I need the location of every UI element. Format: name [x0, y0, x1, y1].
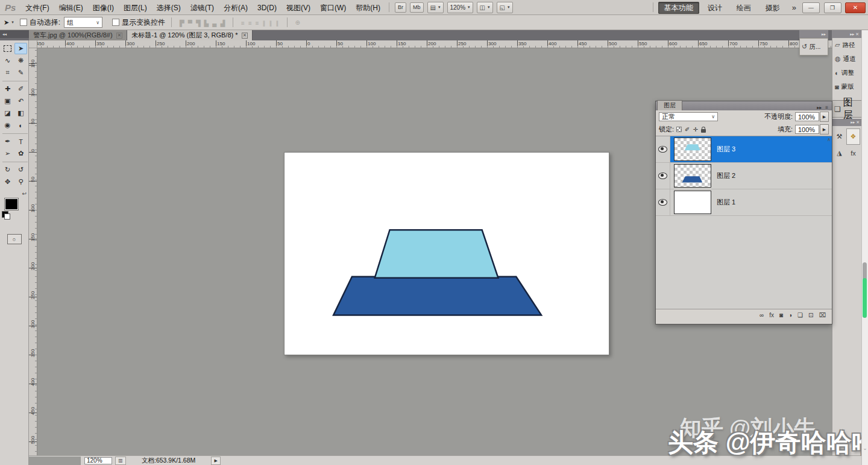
panel-menu-icon[interactable]: ≡ — [825, 105, 828, 110]
workspace-button[interactable]: 基本功能 — [658, 2, 699, 14]
align-icon[interactable]: ▄ — [212, 20, 216, 27]
spot-healing-brush-tool[interactable]: ✚ — [1, 83, 14, 95]
blend-mode-dropdown[interactable]: 正常 ∨ — [659, 112, 718, 121]
path-selection-tool[interactable]: ➢ — [1, 148, 14, 159]
layer-row[interactable]: 图层 2 — [656, 163, 832, 189]
view-extras-button[interactable]: ▤ ▾ — [427, 2, 444, 13]
paths-panel-button[interactable]: ▱路径 — [832, 38, 861, 52]
document-tab[interactable]: 警车.jpg @ 100%(RGB/8#)✕ — [29, 30, 127, 40]
layers-panel-tab[interactable]: 图层 — [657, 100, 682, 110]
new-adjustment-layer-icon[interactable]: ◑ — [788, 312, 792, 318]
menu-item[interactable]: 分析(A) — [219, 4, 253, 12]
opacity-slider-button[interactable]: ▶ — [820, 112, 829, 122]
layer-visibility-cell[interactable] — [656, 136, 670, 162]
menu-item[interactable]: 滤镜(T) — [186, 4, 219, 12]
quick-selection-tool[interactable]: ❋ — [14, 55, 27, 66]
screen-mode-button[interactable]: ◱ ▾ — [497, 2, 513, 13]
layer-row-body[interactable]: 图层 1 — [670, 189, 832, 215]
mini-bridge-button[interactable]: Mb — [410, 2, 424, 13]
history-brush-tool[interactable]: ↶ — [14, 95, 27, 107]
distribute-icon[interactable]: ∥ — [269, 20, 272, 27]
arrange-documents-button[interactable]: ◫ ▾ — [477, 2, 493, 13]
menu-item[interactable]: 编辑(E) — [54, 4, 88, 12]
align-icon[interactable]: ▟ — [220, 20, 225, 27]
eye-icon[interactable] — [658, 199, 667, 206]
tab-close-icon[interactable]: ✕ — [116, 33, 123, 39]
eyedropper-tool[interactable]: ✎ — [14, 67, 27, 78]
menu-item[interactable]: 视图(V) — [281, 4, 315, 12]
pen-tool[interactable]: ✒ — [1, 136, 14, 147]
layer-row[interactable]: 图层 1 — [656, 189, 832, 216]
gradient-tool[interactable]: ◧ — [14, 107, 27, 119]
layer-visibility-cell[interactable] — [656, 163, 670, 189]
page-scrollbar[interactable]: ⌄ — [861, 30, 868, 465]
layer-row-body[interactable]: 图层 2 — [670, 163, 832, 189]
styles-panel-icon[interactable]: fx — [846, 145, 860, 161]
custom-shape-tool[interactable]: ✿ — [14, 148, 27, 159]
tools-panel-collapse-icon[interactable]: ◂◂ — [0, 30, 29, 38]
minimize-button[interactable]: — — [802, 2, 820, 13]
auto-align-button[interactable]: ⊕ — [295, 19, 300, 26]
brush-tool[interactable]: ✐ — [14, 83, 27, 95]
align-icon[interactable]: ▛ — [180, 20, 184, 27]
type-tool[interactable]: T — [14, 136, 27, 147]
channels-panel-button[interactable]: ◍通道 — [832, 52, 861, 66]
quick-mask-button[interactable]: ○ — [7, 234, 22, 244]
status-options-button[interactable]: ▶ — [211, 457, 221, 465]
menu-item[interactable]: 文件(F) — [20, 4, 54, 12]
eye-icon[interactable] — [658, 146, 667, 153]
distribute-icon[interactable]: ≡ — [248, 20, 252, 27]
layer-style-icon[interactable]: fx — [769, 312, 774, 318]
blur-tool[interactable]: ◉ — [1, 119, 14, 131]
menu-item[interactable]: 图层(L) — [119, 4, 152, 12]
lock-position-icon[interactable]: ✛ — [693, 126, 697, 133]
hand-tool[interactable]: ✥ — [1, 176, 14, 188]
menu-item[interactable]: 图像(I) — [88, 4, 119, 12]
3d-orbit-tool[interactable]: ↺ — [14, 164, 27, 176]
tool-presets-panel-icon[interactable]: ⚒ — [832, 128, 846, 145]
restore-button[interactable]: ❐ — [824, 2, 841, 13]
lock-all-icon[interactable] — [701, 129, 706, 133]
menu-item[interactable]: 帮助(H) — [351, 4, 385, 12]
history-panel-button[interactable]: ↺ 历... — [799, 38, 828, 55]
masks-panel-button[interactable]: ◙蒙版 — [832, 80, 861, 93]
dodge-tool[interactable]: ◐ — [14, 119, 27, 131]
show-transform-checkbox[interactable] — [112, 19, 119, 26]
distribute-icon[interactable]: ∥ — [263, 20, 266, 27]
adjustments-panel-button[interactable]: ◐调整 — [832, 66, 861, 80]
menu-item[interactable]: 选择(S) — [152, 4, 186, 12]
align-icon[interactable]: ▙ — [204, 20, 209, 27]
workspace-button[interactable]: 设计 — [702, 2, 728, 14]
swap-colors-icon[interactable]: ↩ — [22, 191, 27, 197]
add-layer-mask-icon[interactable]: ◙ — [779, 312, 783, 318]
delete-layer-icon[interactable]: ⌧ — [819, 312, 826, 318]
new-group-icon[interactable]: ❏ — [797, 312, 803, 318]
eraser-tool[interactable]: ◪ — [1, 107, 14, 119]
layers-panel-dock-button[interactable]: ❏ 图层 — [832, 100, 861, 118]
history-dock-header[interactable]: ▸▸ — [799, 30, 828, 38]
scrollbar-thumb[interactable] — [863, 262, 867, 318]
move-tool[interactable]: ➤ — [14, 43, 27, 54]
clone-stamp-tool[interactable]: ▣ — [1, 95, 14, 107]
distribute-icon[interactable]: ∥ — [276, 20, 279, 27]
lock-pixels-icon[interactable]: ✐ — [685, 126, 690, 133]
workspace-button[interactable]: 绘画 — [731, 2, 757, 14]
rectangular-marquee-tool[interactable] — [1, 43, 14, 54]
foreground-color-swatch[interactable] — [4, 198, 19, 210]
workspace-button[interactable]: 摄影 — [760, 2, 786, 14]
layer-row-body[interactable]: 图层 3 — [670, 136, 832, 162]
layer-row[interactable]: 图层 3 — [656, 136, 832, 163]
zoom-tool[interactable]: ⚲ — [14, 176, 27, 188]
lasso-tool[interactable]: ∿ — [1, 55, 14, 66]
menu-item[interactable]: 3D(D) — [253, 4, 281, 12]
crop-tool[interactable]: ⌗ — [1, 67, 14, 78]
align-icon[interactable]: ▜ — [196, 20, 201, 27]
workspace-overflow-icon[interactable]: » — [792, 3, 796, 12]
distribute-icon[interactable]: ≡ — [256, 20, 259, 27]
tab-close-icon[interactable]: ✕ — [242, 33, 248, 39]
auto-select-checkbox[interactable] — [20, 19, 27, 26]
layer-visibility-cell[interactable] — [656, 189, 670, 215]
bridge-button[interactable]: Br — [395, 2, 406, 13]
distribute-icon[interactable]: ≡ — [241, 20, 245, 27]
link-layers-icon[interactable]: ∞ — [760, 312, 764, 318]
